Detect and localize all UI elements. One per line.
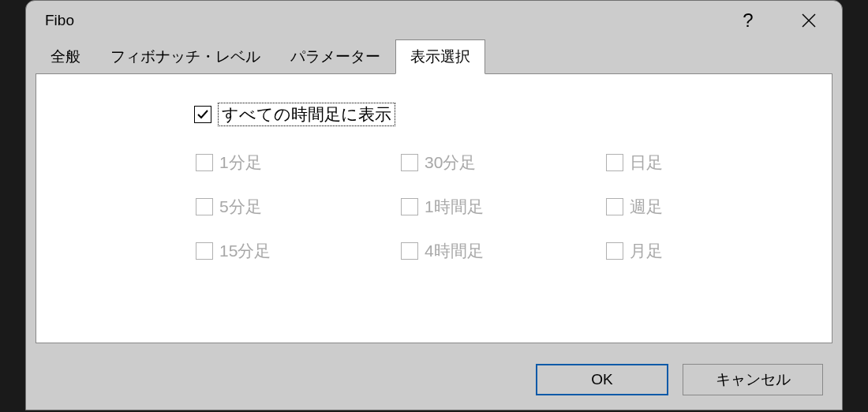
checkmark-icon [196, 108, 209, 121]
timeframe-m30-checkbox[interactable] [401, 154, 418, 171]
titlebar: Fibo ? [26, 1, 842, 40]
timeframe-m30: 30分足 [401, 152, 606, 174]
timeframe-label: 日足 [630, 152, 663, 174]
dialog-buttons: OK キャンセル [536, 364, 823, 395]
tab-general[interactable]: 全般 [36, 39, 95, 74]
timeframe-label: 1分足 [219, 152, 262, 174]
tab-content: すべての時間足に表示 1分足 30分足 日足 5分足 1時間足 週足 15分足 … [36, 73, 832, 343]
timeframe-h1-checkbox[interactable] [401, 198, 418, 215]
timeframe-label: 5分足 [219, 196, 262, 218]
timeframe-h4-checkbox[interactable] [401, 242, 418, 260]
ok-button[interactable]: OK [536, 364, 668, 395]
window-title: Fibo [45, 12, 74, 29]
button-label: キャンセル [716, 369, 791, 390]
timeframe-label: 30分足 [425, 152, 476, 174]
tab-label: 表示選択 [410, 48, 470, 65]
tabs-row: 全般 フィボナッチ・レベル パラメーター 表示選択 [26, 40, 842, 73]
close-icon [801, 13, 817, 28]
tab-label: パラメーター [290, 48, 380, 65]
timeframe-m5-checkbox[interactable] [196, 198, 213, 215]
timeframe-d1-checkbox[interactable] [606, 154, 623, 171]
timeframe-label: 1時間足 [425, 196, 484, 218]
tab-parameters[interactable]: パラメーター [275, 39, 395, 74]
timeframe-label: 月足 [630, 240, 663, 262]
timeframe-m1-checkbox[interactable] [196, 154, 213, 171]
tab-fibonacci-levels[interactable]: フィボナッチ・レベル [95, 39, 275, 74]
tab-label: フィボナッチ・レベル [110, 48, 260, 65]
timeframe-h1: 1時間足 [401, 196, 606, 218]
timeframe-mn: 月足 [606, 240, 764, 262]
button-label: OK [591, 371, 612, 388]
help-button[interactable]: ? [720, 1, 776, 40]
timeframe-label: 4時間足 [425, 240, 484, 262]
dialog-window: Fibo ? 全般 フィボナッチ・レベル パラメーター 表示選択 すべての時間足… [25, 0, 843, 410]
cancel-button[interactable]: キャンセル [683, 364, 823, 395]
timeframe-m15: 15分足 [196, 240, 401, 262]
master-checkbox-row: すべての時間足に表示 [194, 103, 800, 126]
timeframe-d1: 日足 [606, 152, 764, 174]
timeframe-label: 週足 [630, 196, 663, 218]
show-all-timeframes-label: すべての時間足に表示 [218, 103, 395, 126]
timeframe-m15-checkbox[interactable] [196, 242, 213, 260]
timeframe-label: 15分足 [219, 240, 271, 262]
timeframe-h4: 4時間足 [401, 240, 606, 262]
timeframes-grid: 1分足 30分足 日足 5分足 1時間足 週足 15分足 4時間足 月足 [196, 152, 800, 262]
timeframe-m1: 1分足 [196, 152, 401, 174]
tab-label: 全般 [51, 48, 80, 65]
title-controls: ? [720, 1, 842, 40]
show-all-timeframes-checkbox[interactable] [194, 106, 211, 123]
timeframe-mn-checkbox[interactable] [606, 242, 623, 260]
timeframe-m5: 5分足 [196, 196, 401, 218]
timeframe-w1-checkbox[interactable] [606, 198, 623, 215]
help-icon: ? [743, 9, 753, 32]
tab-visualization[interactable]: 表示選択 [395, 39, 485, 74]
timeframe-w1: 週足 [606, 196, 764, 218]
close-button[interactable] [776, 1, 842, 40]
